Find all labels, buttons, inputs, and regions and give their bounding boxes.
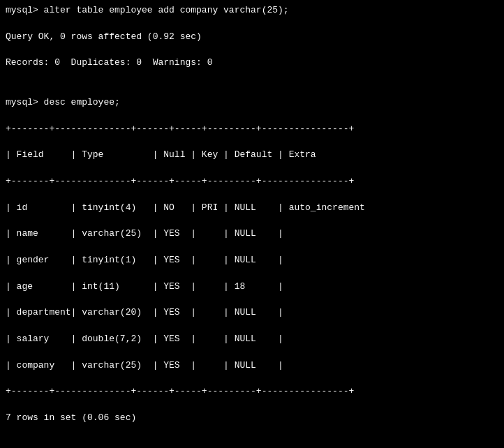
table-mid-divider: +-------+--------------+------+-----+---… [6,175,498,188]
terminal-line: 7 rows in set (0.06 sec) [6,412,498,425]
table-row: | id | tinyint(4) | NO | PRI | NULL | au… [6,202,498,215]
terminal-line: mysql> desc employee; [6,96,498,110]
table-header: | Field | Type | Null | Key | Default | … [6,149,498,162]
terminal-window: mysql> alter table employee add company … [6,4,498,448]
table-row: | name | varchar(25) | YES | | NULL | [6,227,498,241]
table-row: | department| varchar(20) | YES | | NULL… [6,306,498,320]
table-row: | age | int(11) | YES | | 18 | [6,281,498,294]
table-top-divider: +-------+--------------+------+-----+---… [6,123,498,136]
table-bot-divider: +-------+--------------+------+-----+---… [6,385,498,398]
terminal-line: Records: 0 Duplicates: 0 Warnings: 0 [6,57,498,70]
terminal-line: Query OK, 0 rows affected (0.92 sec) [6,31,498,44]
table-row: | salary | double(7,2) | YES | | NULL | [6,333,498,346]
table-row: | company | varchar(25) | YES | | NULL | [6,359,498,373]
terminal-line: mysql> alter table employee add company … [6,4,498,17]
table-row: | gender | tinyint(1) | YES | | NULL | [6,254,498,267]
